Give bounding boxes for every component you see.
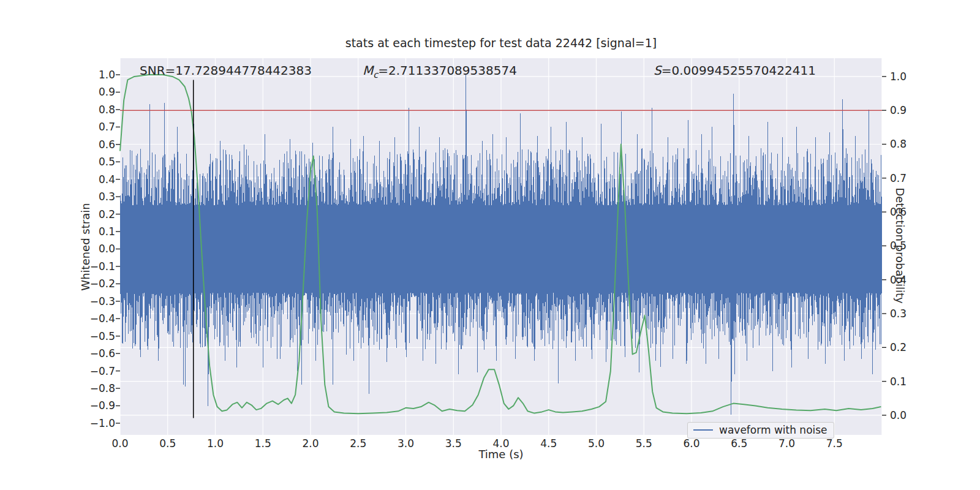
x-tick-label: 4.5 [534,437,564,450]
y-tick-label-right: 0.3 [890,307,907,320]
y-tick-label-left: 0.2 [78,208,115,221]
x-tick-label: 1.5 [248,437,277,450]
y-tick-label-left: −0.8 [78,382,115,394]
y-tick-label-left: −0.2 [78,277,115,290]
y-tick-label-left: −0.7 [78,365,115,377]
y-tick-label-left: −0.4 [78,312,115,325]
chart-title: stats at each timestep for test data 224… [120,36,882,50]
y-tick-label-right: 0.1 [890,375,907,388]
y-tick-label-left: 0.8 [78,104,115,116]
y-tick-label-left: 0.1 [78,225,115,238]
legend-line-sample [693,429,713,431]
annotation-s-stat: S=0.00994525570422411 [654,63,816,78]
y-tick-label-left: 1.0 [78,69,115,81]
chirp-mass-value: =2.711337089538574 [378,63,517,78]
x-tick-label: 0.5 [153,437,183,450]
x-axis-label: Time (s) [120,448,882,461]
x-tick-label: 6.5 [725,437,754,450]
x-tick-label: 6.0 [677,437,706,450]
x-tick-label: 4.0 [486,437,516,450]
x-tick-label: 2.0 [296,437,325,450]
y-tick-label-left: −0.6 [78,347,115,360]
y-tick-label-left: −0.9 [78,399,115,412]
x-tick-label: 1.0 [201,437,230,450]
x-tick-label: 0.0 [105,437,135,450]
legend: waveform with noise [687,422,834,439]
x-tick-label: 7.0 [772,437,802,450]
y-tick-label-left: 0.7 [78,121,115,133]
y-tick-label-left: 0.0 [78,243,115,255]
y-tick-label-right: 0.6 [890,206,907,218]
y-tick-label-right: 0.4 [890,274,907,286]
y-tick-label-right: 1.0 [890,70,907,83]
x-tick-label: 5.0 [582,437,611,450]
x-tick-label: 7.5 [820,437,849,450]
y-tick-label-right: 0.7 [890,172,907,184]
y-tick-label-right: 0.5 [890,239,907,252]
y-tick-label-right: 0.8 [890,138,907,150]
y-tick-label-left: −0.1 [78,260,115,273]
y-tick-label-left: 0.3 [78,190,115,203]
legend-label: waveform with noise [719,424,827,436]
y-tick-label-right: 0.0 [890,409,907,421]
y-tick-label-right: 0.2 [890,341,907,353]
annotation-chirp-mass: Mc=2.711337089538574 [363,63,517,80]
x-tick-label: 3.0 [391,437,421,450]
y-tick-label-left: 0.6 [78,138,115,151]
figure: stats at each timestep for test data 224… [0,0,980,490]
y-tick-label-left: −0.3 [78,295,115,307]
s-value: =0.00994525570422411 [662,63,816,78]
x-tick-label: 5.5 [629,437,658,450]
y-tick-label-left: 0.5 [78,156,115,168]
y-tick-label-left: 0.4 [78,173,115,186]
y-tick-label-right: 0.9 [890,104,907,116]
s-symbol: S [654,63,662,78]
chirp-mass-symbol: M [363,63,373,78]
y-tick-label-left: −1.0 [78,417,115,429]
chirp-mass-subscript: c [373,70,378,80]
y-tick-label-left: −0.5 [78,330,115,342]
y-tick-label-left: 0.9 [78,86,115,98]
annotation-snr: SNR=17.728944778442383 [140,63,312,78]
x-tick-label: 2.5 [344,437,373,450]
x-tick-label: 3.5 [439,437,468,450]
